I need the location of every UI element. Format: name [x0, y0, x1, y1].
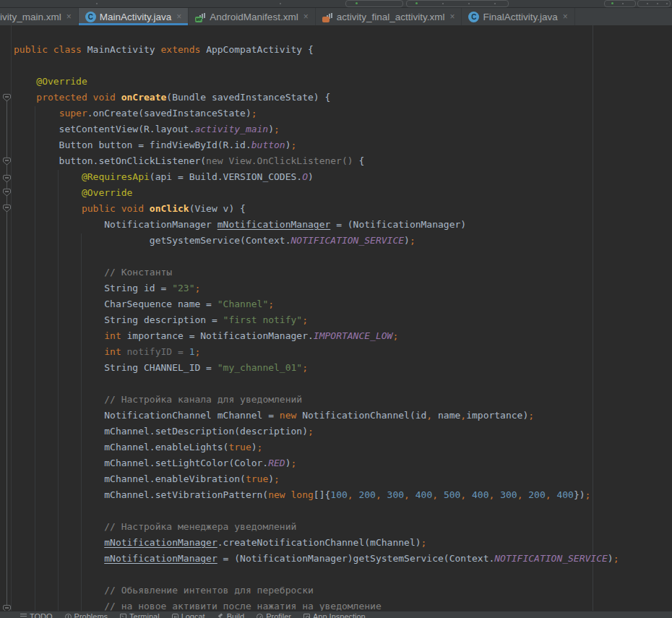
- code-line: super.onCreate(savedInstanceState);: [0, 106, 257, 121]
- code-line: NotificationChannel mChannel = new Notif…: [0, 408, 534, 424]
- code-line: String description = "first notify";: [0, 312, 308, 328]
- tab-close-icon[interactable]: ×: [303, 12, 309, 21]
- code-line: public class MainActivity extends AppCom…: [0, 42, 314, 58]
- problems-icon: [65, 614, 72, 618]
- statusbar-item-build[interactable]: Build: [217, 611, 244, 618]
- tab-close-icon[interactable]: ×: [449, 12, 455, 21]
- tab-close-icon[interactable]: ×: [176, 12, 181, 21]
- statusbar-item-label: Problems: [74, 612, 108, 618]
- app-inspection-icon: [303, 614, 310, 618]
- code-line: int importance = NotificationManager.IMP…: [0, 328, 398, 344]
- code-line: mChannel.setVibrationPattern(new long[]{…: [0, 487, 590, 503]
- run-dot-icon: [415, 2, 418, 4]
- code-line: protected void onCreate(Bundle savedInst…: [0, 90, 330, 106]
- statusbar-item-problems[interactable]: Problems: [65, 611, 108, 618]
- toolbar-button-outline[interactable]: [406, 0, 509, 7]
- tab-MainActivity.java[interactable]: CMainActivity.java×: [79, 8, 189, 25]
- toolbar-button-outline[interactable]: [345, 0, 403, 7]
- code-line: // Обьявление интентов для переброски: [0, 583, 314, 598]
- code-line: button.setOnClickListener(new View.OnCli…: [0, 153, 364, 169]
- code-line: // на новое активити после нажатия на ув…: [0, 598, 382, 611]
- tab-label: ivity_main.xml: [0, 12, 61, 22]
- code-line: Button button = findViewById(R.id.button…: [0, 137, 296, 153]
- code-line: // Настройка канала для уведомлений: [0, 392, 302, 408]
- code-line: @Override: [0, 74, 87, 90]
- code-line: mNotificationManager.createNotificationC…: [0, 535, 426, 551]
- code-line: mChannel.setLightColor(Color.RED);: [0, 455, 296, 471]
- toolbar-dot-icon: [622, 3, 624, 4]
- tab-ivity_main.xml[interactable]: ivity_main.xml×: [0, 8, 79, 25]
- statusbar-item-label: Logcat: [181, 612, 205, 618]
- statusbar-item-profiler[interactable]: Profiler: [257, 611, 291, 618]
- statusbar-item-label: TODO: [30, 612, 53, 618]
- toolbar-dot-icon: [96, 3, 98, 4]
- code-line: setContentView(R.layout.activity_main);: [0, 121, 280, 137]
- manifest-file-icon: MF: [195, 12, 206, 22]
- logcat-icon: [172, 614, 178, 618]
- toolbar-dot-icon: [666, 3, 668, 4]
- java-class-icon: C: [468, 12, 479, 22]
- layout-badge: [322, 17, 329, 22]
- statusbar-item-label: App Inspection: [313, 612, 366, 618]
- run-dot-icon: [356, 2, 358, 4]
- toolbar-dot-icon: [657, 3, 658, 4]
- code-line: String id = "23";: [0, 280, 200, 296]
- code-line: [0, 58, 14, 74]
- tab-label: AndroidManifest.xml: [210, 12, 298, 22]
- active-tab-underline: [79, 23, 189, 25]
- build-icon: [217, 614, 224, 618]
- code-line: @Override: [0, 185, 132, 201]
- code-line: getSystemService(Context.NOTIFICATION_SE…: [0, 233, 415, 249]
- run-dot-icon: [611, 2, 613, 4]
- code-line: mChannel.enableLights(true);: [0, 439, 262, 455]
- layout-xml-file-icon: [322, 12, 333, 22]
- tab-label: MainActivity.java: [100, 12, 172, 22]
- code-line: public void onClick(View v) {: [0, 201, 246, 217]
- statusbar-item-todo[interactable]: TODO: [20, 611, 53, 618]
- toolbar-button-outline[interactable]: [604, 0, 636, 7]
- ide-window: ivity_main.xml×CMainActivity.java×MFAndr…: [0, 0, 672, 618]
- code-area[interactable]: public class MainActivity extends AppCom…: [0, 25, 672, 611]
- editor-tab-bar: ivity_main.xml×CMainActivity.java×MFAndr…: [0, 8, 672, 25]
- toolbar-dot-icon: [442, 3, 444, 4]
- terminal-icon: [120, 614, 126, 618]
- code-line: mNotificationManager = (NotificationMana…: [0, 551, 619, 567]
- statusbar-item-label: Profiler: [266, 612, 291, 618]
- profiler-icon: [257, 614, 263, 618]
- toolbar-dot-icon: [468, 3, 470, 4]
- tab-close-icon[interactable]: ×: [66, 12, 72, 21]
- statusbar-item-label: Terminal: [129, 612, 160, 618]
- tab-activity_final_acttivity.xml[interactable]: activity_final_acttivity.xml×: [316, 8, 462, 25]
- tab-AndroidManifest.xml[interactable]: MFAndroidManifest.xml×: [189, 8, 315, 25]
- toolbar-dot-icon: [647, 3, 648, 4]
- code-line: // Константы: [0, 265, 172, 280]
- tab-close-icon[interactable]: ×: [563, 12, 568, 21]
- status-bar: TODOProblemsTerminalLogcatBuildProfilerA…: [0, 611, 672, 618]
- statusbar-item-logcat[interactable]: Logcat: [172, 611, 205, 618]
- statusbar-item-app-inspection[interactable]: App Inspection: [303, 611, 366, 618]
- code-line: CharSequence name = "Channel";: [0, 296, 274, 312]
- code-line: int notifyID = 1;: [0, 344, 200, 360]
- toolbar-dot-icon: [494, 3, 496, 4]
- tab-label: FinalActtivity.java: [483, 12, 557, 22]
- code-editor[interactable]: public class MainActivity extends AppCom…: [0, 25, 672, 611]
- toolbar-dot-icon: [280, 3, 281, 4]
- code-line: NotificationManager mNotificationManager…: [0, 217, 466, 233]
- todo-icon: [20, 614, 27, 618]
- toolbar-strip: [0, 0, 672, 8]
- statusbar-item-label: Build: [227, 612, 244, 618]
- code-line: @RequiresApi(api = Build.VERSION_CODES.O…: [0, 169, 314, 185]
- code-line: String CHANNEL_ID = "my_channel_01";: [0, 360, 308, 376]
- code-line: mChannel.setDescription(description);: [0, 424, 314, 439]
- code-line: // Настройка менеджера уведомлений: [0, 519, 296, 535]
- tab-label: activity_final_acttivity.xml: [337, 12, 445, 22]
- java-class-icon: C: [85, 12, 96, 22]
- code-line: mChannel.enableVibration(true);: [0, 471, 280, 487]
- fold-collapse-icon[interactable]: [3, 605, 11, 611]
- tab-FinalActtivity.java[interactable]: CFinalActtivity.java×: [462, 8, 574, 25]
- statusbar-item-terminal[interactable]: Terminal: [120, 611, 160, 618]
- manifest-badge: MF: [195, 17, 202, 22]
